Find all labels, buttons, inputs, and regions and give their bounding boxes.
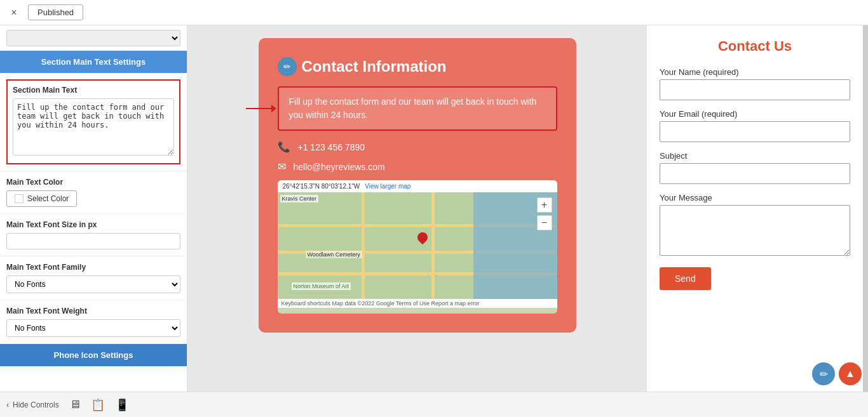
section-main-text-area: Section Main Text Fill up the contact fo… xyxy=(0,73,187,171)
font-size-input[interactable] xyxy=(6,233,180,249)
bottom-bar: ‹ Hide Controls 🖥 📋 📱 xyxy=(0,392,868,417)
fab-area: ✏ ▲ xyxy=(812,362,862,385)
font-family-select[interactable]: No Fonts xyxy=(6,275,180,293)
main-text-color-label: Main Text Color xyxy=(6,178,180,187)
subject-label: Subject xyxy=(660,151,850,161)
section-main-text-btn[interactable]: Section Main Text Settings xyxy=(0,51,187,73)
arrow-line xyxy=(246,108,271,109)
mobile-icon[interactable]: 📱 xyxy=(115,398,129,412)
contact-title-row: ✏ Contact Information xyxy=(278,57,557,76)
map-road-5 xyxy=(431,192,435,299)
hide-controls-toggle[interactable]: ‹ Hide Controls xyxy=(6,400,59,409)
email-label: Your Email (required) xyxy=(660,109,850,119)
email-info-row: ✉ hello@heyreviews.com xyxy=(278,161,557,173)
contact-card: ✏ Contact Information Fill up the contac… xyxy=(259,38,576,333)
view-larger-map-link[interactable]: View larger map xyxy=(365,183,410,190)
scroll-top-area xyxy=(0,25,187,51)
main-text-color-section: Main Text Color Select Color xyxy=(0,171,187,214)
message-input[interactable] xyxy=(660,205,850,256)
name-input[interactable] xyxy=(660,79,850,100)
main-text-font-weight-label: Main Text Font Weight xyxy=(6,307,180,315)
main-text-font-weight-section: Main Text Font Weight No Fonts xyxy=(0,300,187,344)
top-dropdown[interactable] xyxy=(6,30,180,46)
select-color-button[interactable]: Select Color xyxy=(6,190,77,207)
subject-input[interactable] xyxy=(660,163,850,184)
tablet-icon[interactable]: 📋 xyxy=(91,398,105,412)
map-marker xyxy=(417,232,428,242)
map-zoom-out[interactable]: − xyxy=(537,215,552,230)
left-panel: Section Main Text Settings Section Main … xyxy=(0,25,187,392)
send-button[interactable]: Send xyxy=(660,267,711,290)
email-address: hello@heyreviews.com xyxy=(294,162,385,172)
arrow-indicator xyxy=(246,105,276,112)
top-bar: × Published xyxy=(0,0,868,25)
chevron-left-icon: ‹ xyxy=(6,400,9,409)
map-coordinates: 26°42'15.3"N 80°03'12.1"W xyxy=(283,183,360,190)
desktop-icon[interactable]: 🖥 xyxy=(69,398,81,411)
map-container: 26°42'15.3"N 80°03'12.1"W View larger ma… xyxy=(278,180,557,314)
map-label-woodlawn: Woodlawn Cemetery xyxy=(306,251,362,258)
message-label: Your Message xyxy=(660,193,850,202)
main-text-font-family-label: Main Text Font Family xyxy=(6,263,180,272)
phone-icon: 📞 xyxy=(278,141,290,153)
map-footer: Keyboard shortcuts Map data ©2022 Google… xyxy=(278,299,557,308)
map-road-4 xyxy=(362,192,365,299)
published-button[interactable]: Published xyxy=(28,4,83,20)
section-main-text-input[interactable]: Fill up the contact form and our team wi… xyxy=(13,98,174,156)
map-header: 26°42'15.3"N 80°03'12.1"W View larger ma… xyxy=(278,180,557,192)
phone-number: +1 123 456 7890 xyxy=(298,142,365,152)
map-footer-text: Keyboard shortcuts Map data ©2022 Google… xyxy=(281,300,480,307)
edit-icon: ✏ xyxy=(278,57,297,76)
main-layout: Section Main Text Settings Section Main … xyxy=(0,25,868,392)
font-weight-select[interactable]: No Fonts xyxy=(6,319,180,337)
map-body: Kravis Center Woodlawn Cemetery Norton M… xyxy=(278,192,557,299)
phone-icon-settings-btn[interactable]: Phone Icon Settings xyxy=(0,344,187,366)
canvas-area: ✏ Contact Information Fill up the contac… xyxy=(187,25,647,392)
section-main-text-label: Section Main Text xyxy=(13,86,174,95)
color-preview-swatch xyxy=(15,194,24,203)
fab-edit-button[interactable]: ✏ xyxy=(812,362,835,385)
contact-highlighted-text: Fill up the contact form and our team wi… xyxy=(278,86,557,131)
email-input[interactable] xyxy=(660,121,850,142)
map-zoom-in[interactable]: + xyxy=(537,197,552,213)
main-text-font-size-section: Main Text Font Size in px xyxy=(0,214,187,256)
fab-up-button[interactable]: ▲ xyxy=(839,362,862,385)
form-title: Contact Us xyxy=(660,38,850,55)
phone-info-row: 📞 +1 123 456 7890 xyxy=(278,141,557,153)
highlighted-text-wrapper: Fill up the contact form and our team wi… xyxy=(278,86,557,131)
hide-controls-label: Hide Controls xyxy=(13,400,59,409)
right-scrollbar[interactable] xyxy=(863,25,868,392)
arrow-head xyxy=(271,105,276,112)
name-label: Your Name (required) xyxy=(660,67,850,77)
map-label-norton: Norton Museum of Art xyxy=(292,282,351,290)
select-color-label: Select Color xyxy=(27,194,69,203)
right-panel: Contact Us Your Name (required) Your Ema… xyxy=(647,25,863,392)
main-text-font-size-label: Main Text Font Size in px xyxy=(6,220,180,229)
map-label-kravis: Kravis Center xyxy=(280,195,319,202)
contact-card-title: Contact Information xyxy=(302,58,447,76)
close-button[interactable]: × xyxy=(6,5,22,20)
email-icon: ✉ xyxy=(278,161,286,173)
main-text-font-family-section: Main Text Font Family No Fonts xyxy=(0,256,187,300)
